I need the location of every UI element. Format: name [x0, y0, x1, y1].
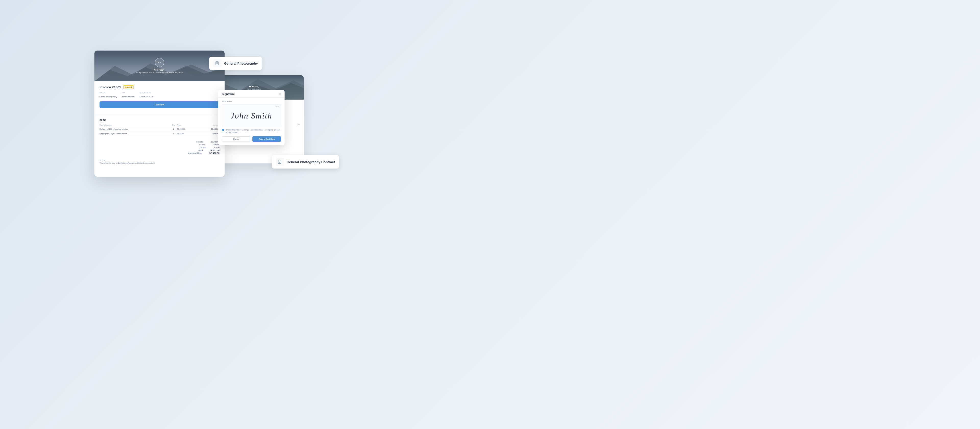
item-qty-1: 1: [170, 127, 177, 131]
signature-text: John Smith: [231, 111, 272, 121]
item-price-1: $2,000.00: [177, 127, 198, 131]
invoice-hero-text: Hi Ryan, Your payment of $2572.50 is due…: [136, 68, 183, 74]
invoice-header-row: Invoice #1001 Unpaid: [100, 85, 220, 89]
clear-button[interactable]: Clear: [275, 105, 279, 107]
col-header-name: Family Session: [100, 123, 170, 127]
invoice-from: From Caleb Photography: [100, 92, 117, 98]
invoice-card: R K Hi Ryan, Your payment of $2572.50 is…: [94, 51, 224, 177]
items-table: Family Session Qty Price Amount Delivery…: [100, 123, 220, 136]
signature-canvas[interactable]: Clear John Smith: [222, 104, 281, 127]
subtotal-row: Subtotal $2,500.00: [100, 141, 220, 143]
total-value: $2,522.50: [210, 149, 220, 152]
cstbni-row: CSTBNI $72.50: [100, 146, 220, 148]
subtotal-label: Subtotal: [196, 141, 204, 143]
discount-label: Discount: [198, 144, 205, 146]
issue-date-label: Issue Date: [140, 92, 153, 94]
summary-section: Subtotal $2,500.00 Discount -$50.00 CSTB…: [94, 139, 224, 158]
invoice-greeting: Hi Ryan,: [136, 68, 183, 71]
general-photography-contract-tag: General Photography Contract: [272, 155, 339, 169]
modal-body: John Smith Clear John Smith By selecting…: [218, 98, 285, 145]
general-photography-label: General Photography: [224, 62, 258, 65]
invoice-to: To Ryan Bennett: [122, 92, 135, 98]
item-amount-1: $2,000.00: [198, 127, 220, 131]
invoice-note: Note Thank you for your order, looking f…: [94, 158, 224, 166]
contract-hero-text: Hi Brian, xxxxxxxxxxxxxxxxx: [247, 85, 261, 90]
item-name-1: Delivery of 100 retouched photos: [100, 127, 170, 131]
issue-date-value: Marth 15, 2025: [140, 96, 153, 98]
item-name-2: Making of a Crystal Photo Album: [100, 131, 170, 136]
signature-modal: Signature × John Smith Clear John Smith …: [218, 90, 285, 145]
table-row: Delivery of 100 retouched photos 1 $2,00…: [100, 127, 220, 131]
total-row: Total $2,522.50: [100, 149, 220, 152]
from-label: From: [100, 92, 117, 94]
table-row: Making of a Crystal Photo Album 1 $500.0…: [100, 131, 220, 136]
amount-due-label: Amount Due: [188, 152, 202, 155]
item-price-2: $500.00: [177, 131, 198, 136]
invoice-hero: R K Hi Ryan, Your payment of $2572.50 is…: [94, 51, 224, 81]
col-header-price: Price: [177, 123, 198, 127]
amount-due-row: Amount Due $2,522.50: [100, 152, 220, 155]
cstbni-label: CSTBNI: [199, 146, 206, 148]
divider-1: [94, 116, 224, 116]
modal-header: Signature ×: [218, 90, 285, 98]
accept-sign-button[interactable]: Accept And Sign: [252, 136, 281, 142]
invoice-logo: R K: [155, 58, 164, 67]
contract-pages: 1/3: [298, 123, 300, 125]
note-label: Note: [100, 159, 220, 161]
modal-title: Signature: [222, 92, 235, 96]
note-text: Thank you for your order, looking forwar…: [100, 162, 220, 164]
item-amount-2: $500.00: [198, 131, 220, 136]
invoice-issue-date: Issue Date Marth 15, 2025: [140, 92, 153, 98]
discount-row: Discount -$50.00: [100, 144, 220, 146]
contract-greeting: Hi Brian,: [247, 85, 261, 88]
to-value: Ryan Bennett: [122, 96, 135, 98]
close-button[interactable]: ×: [279, 92, 281, 96]
to-label: To: [122, 92, 135, 94]
agreement-checkbox[interactable]: [222, 129, 224, 131]
cancel-button[interactable]: Cancel: [222, 136, 251, 142]
invoice-status-badge: Unpaid: [123, 85, 134, 89]
amount-due-value: $2,522.50: [209, 152, 220, 155]
items-title: Items: [100, 118, 220, 121]
modal-actions: Cancel Accept And Sign: [222, 136, 281, 143]
invoice-meta: From Caleb Photography To Ryan Bennett I…: [100, 92, 220, 98]
cstbni-value: $72.50: [213, 146, 220, 148]
general-photography-tag: General Photography: [209, 57, 262, 70]
invoice-number: Invoice #1001: [100, 85, 121, 89]
invoice-details: Invoice #1001 Unpaid From Caleb Photogra…: [94, 81, 224, 116]
item-qty-2: 1: [170, 131, 177, 136]
from-value: Caleb Photography: [100, 96, 117, 98]
total-label: Total: [198, 149, 203, 152]
invoice-subtext: Your payment of $2572.50 is due on Marth…: [136, 72, 183, 74]
contract-tag-label: General Photography Contract: [286, 160, 335, 164]
checkbox-text: By selecting Accept and Sign, I understa…: [226, 129, 281, 134]
document-icon: [213, 59, 221, 67]
items-section: Items Family Session Qty Price Amount De…: [94, 118, 224, 139]
col-header-amount: Amount: [198, 123, 220, 127]
checkbox-row: By selecting Accept and Sign, I understa…: [222, 129, 281, 134]
pay-now-button[interactable]: Pay Now: [100, 101, 220, 108]
signature-name: John Smith: [222, 100, 281, 103]
contract-hero-sub: xxxxxxxxxxxxxxxxx: [247, 88, 261, 90]
contract-document-icon: [276, 158, 284, 166]
col-header-qty: Qty: [170, 123, 177, 127]
